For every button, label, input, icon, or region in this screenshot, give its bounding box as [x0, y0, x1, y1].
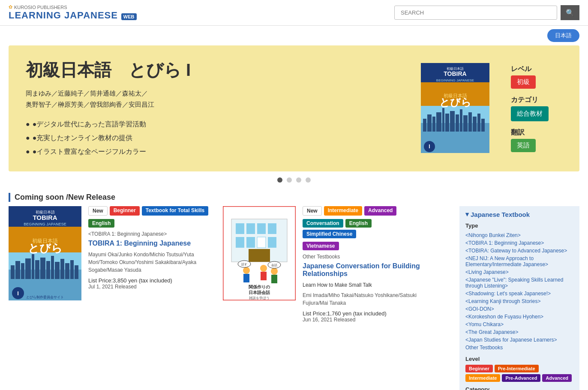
carousel-dot-3[interactable] [296, 177, 301, 183]
book-card-kankei: 話す 会話 関係作りの 日本語会話 雑談を学ぼう New Intermediat… [223, 206, 424, 390]
book-title-link-kankei[interactable]: Japanese Conversation for Building Relat… [303, 262, 424, 278]
tag-intermediate-kankei[interactable]: Intermediate [324, 206, 362, 216]
svg-rect-55 [257, 223, 266, 234]
sidebar-link-7[interactable]: <Learning Kanji through Stories> [465, 297, 573, 305]
hero-level-label: レベル [511, 65, 562, 74]
svg-rect-8 [427, 114, 432, 132]
hero-bullets: ●デジタル世代にあった言語学習活動 ●充実したオンライン教材の提供 ●イラスト豊… [26, 117, 408, 159]
svg-rect-59 [257, 237, 266, 248]
tag-textbook-tobira[interactable]: Textbook for Total Skills [142, 206, 209, 216]
svg-rect-58 [246, 237, 255, 248]
svg-rect-42 [60, 259, 64, 279]
section-title-wrap: Coming soon /New Release [0, 189, 588, 206]
sidebar-link-3[interactable]: <NEJ NIJ: A New Approach to Elementary/I… [465, 255, 573, 268]
svg-rect-45 [75, 265, 78, 279]
svg-text:TOBIRA: TOBIRA [444, 70, 466, 77]
carousel-dot-4[interactable] [306, 177, 311, 183]
book-card-tobira: 初級日本語 TOBIRA BEGINNING JAPANESE [9, 206, 210, 390]
stag-intermediate[interactable]: Intermediate [465, 374, 500, 382]
hero-level-section: レベル 初級 [511, 65, 562, 89]
hero-category-section: カテゴリ 総合教材 [511, 96, 562, 121]
tag-conversation-kankei[interactable]: Conversation [303, 219, 343, 228]
sidebar-link-8[interactable]: <GOI-DON> [465, 305, 573, 313]
hero-bullet-3: ●イラスト豊富な全ページフルカラー [26, 145, 408, 159]
hero-banner: 初級日本語 とびら I 岡まゆみ／近藤純子／筒井通雄／森祐太／ 奥野智子／榊原芳… [9, 45, 579, 171]
site-title: LEARNING JAPANESE WEB [9, 10, 137, 21]
publisher-label: KUROSIO PUBLISHERS [14, 5, 67, 10]
web-badge: WEB [121, 13, 137, 20]
tag-beginner-tobira[interactable]: Beginner [110, 206, 140, 216]
sidebar-type-title: Type [465, 222, 573, 229]
book-release-tobira: Jul 1, 2021 Released [88, 284, 210, 290]
svg-text:BEGINNING JAPANESE: BEGINNING JAPANESE [436, 78, 474, 82]
sidebar-link-12[interactable]: <Japan Studies for Japanese Learners> [465, 336, 573, 344]
book-price-kankei: List Price:1,760 yen (tax included) [303, 310, 424, 317]
svg-rect-43 [65, 263, 69, 279]
sidebar-link-13[interactable]: Other Testbooks [465, 344, 573, 351]
tag-simplified-kankei[interactable]: Simplified Chinese [303, 230, 356, 238]
tag-english-kankei[interactable]: English [345, 219, 372, 228]
svg-rect-61 [249, 249, 270, 262]
carousel-dots [0, 177, 588, 183]
book-tags-tobira: New Beginner Textbook for Total Skills [88, 206, 210, 216]
sidebar-link-6[interactable]: <Shadowing: Let's speak Japanese!> [465, 290, 573, 297]
book-lang-tags-kankei: Conversation English Simplified Chinese [303, 219, 424, 238]
book-tags-kankei: New Intermediate Advanced [303, 206, 424, 216]
book-thumbnail-tobira: 初級日本語 TOBIRA BEGINNING JAPANESE [9, 206, 81, 390]
svg-text:会話: 会話 [271, 264, 277, 267]
stag-advanced[interactable]: Advanced [542, 374, 572, 382]
svg-text:初級日本語: 初級日本語 [32, 238, 58, 244]
sidebar-link-11[interactable]: <The Great Japanese> [465, 328, 573, 336]
hero-category-badge: 総合教材 [511, 106, 549, 121]
svg-rect-53 [236, 223, 244, 234]
stag-pre-advanced[interactable]: Pre-Advanced [502, 374, 540, 382]
sidebar-level-section: Level Beginner Pre-Intermediate Intermed… [465, 356, 573, 382]
svg-text:BEGINNING JAPANESE: BEGINNING JAPANESE [24, 222, 66, 226]
sidebar-header: Japanese Textbook [465, 210, 573, 218]
sidebar-link-2[interactable]: <TOBIRA: Gateway to Advanced Japanese> [465, 247, 573, 255]
sidebar-section-textbook: Japanese Textbook Type <Nihongo Bunkei Z… [459, 206, 579, 390]
logo-area: KUROSIO PUBLISHERS LEARNING JAPANESE WEB [9, 4, 137, 21]
sidebar-link-1[interactable]: <TOBIRA 1: Beginning Japanese> [465, 239, 573, 247]
book-title-link-tobira[interactable]: TOBIRA 1: Beginning Japanese [88, 240, 210, 247]
tag-english-tobira[interactable]: English [88, 219, 114, 228]
search-input[interactable] [394, 6, 557, 20]
hero-bullet-2: ●充実したオンライン教材の提供 [26, 131, 408, 145]
sidebar-link-4[interactable]: <Living Japanese> [465, 268, 573, 276]
sidebar-link-0[interactable]: <Nihongo Bunkei Ziten> [465, 231, 573, 239]
hero-authors: 岡まゆみ／近藤純子／筒井通雄／森祐太／ 奥野智子／榊原芳美／曽我部絢香／安田昌江 [26, 88, 408, 110]
svg-text:とびら: とびら [439, 97, 471, 108]
book-authors-kankei: Emi Imada/Miho Takai/Natsuko Yoshikane/S… [303, 291, 424, 307]
svg-rect-11 [442, 108, 444, 132]
sidebar-link-9[interactable]: <Korokeshon de Fuyasu Hyohen> [465, 313, 573, 321]
language-toggle-button[interactable]: 日本語 [547, 29, 579, 42]
tag-advanced-kankei[interactable]: Advanced [364, 206, 396, 216]
book-lang-tags-tobira: English [88, 219, 210, 228]
svg-point-66 [271, 268, 278, 275]
search-button[interactable]: 🔍 [561, 5, 579, 20]
book-thumbnail-kankei: 話す 会話 関係作りの 日本語会話 雑談を学ぼう [223, 206, 296, 390]
carousel-dot-2[interactable] [287, 177, 292, 183]
svg-rect-13 [450, 111, 455, 132]
tag-new-tobira[interactable]: New [88, 206, 108, 216]
svg-rect-15 [460, 109, 462, 132]
book-info-kankei: New Intermediate Advanced Conversation E… [303, 206, 424, 390]
stag-pre-intermediate[interactable]: Pre-Intermediate [495, 365, 539, 372]
hero-translation-label: 翻訳 [511, 128, 562, 137]
tag-vietnamese-kankei[interactable]: Vietnamese [303, 242, 339, 250]
tag-new-kankei[interactable]: New [303, 206, 322, 216]
svg-rect-67 [271, 275, 277, 283]
svg-text:日本語会話: 日本語会話 [249, 290, 270, 295]
carousel-dot-1[interactable] [277, 177, 282, 183]
svg-rect-9 [432, 117, 435, 132]
svg-rect-36 [32, 254, 34, 279]
svg-rect-18 [473, 117, 477, 132]
sidebar-category-title: Category [465, 386, 573, 390]
svg-rect-40 [51, 256, 54, 279]
svg-text:TOBIRA: TOBIRA [33, 214, 57, 221]
header: KUROSIO PUBLISHERS LEARNING JAPANESE WEB… [0, 0, 588, 26]
svg-rect-63 [243, 274, 249, 282]
sidebar-link-10[interactable]: <Yomu Chikara> [465, 321, 573, 328]
stag-beginner[interactable]: Beginner [465, 365, 493, 372]
sidebar-link-5[interactable]: <Japanese "Live": Speaking Skills Learne… [465, 276, 573, 290]
